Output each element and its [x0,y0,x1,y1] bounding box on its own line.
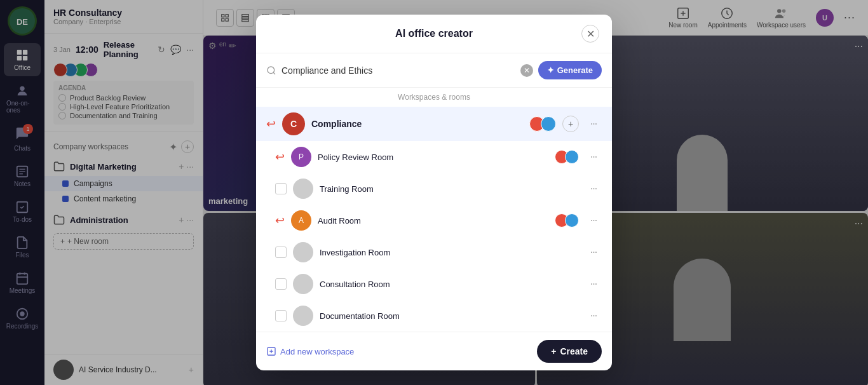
workspace-avatars-compliance [529,116,556,132]
room-avatar-documentation [293,306,313,326]
search-input[interactable] [281,65,515,76]
policy-more-btn[interactable]: ··· [585,149,602,165]
modal-room-list: ↩ C Compliance + ··· ↩ P Policy Review R… [256,104,612,332]
modal-workspace-compliance[interactable]: ↩ C Compliance + ··· [256,107,612,141]
modal-room-investigation[interactable]: Investigation Room ··· [256,236,612,268]
consultation-more-btn[interactable]: ··· [585,276,602,292]
generate-button[interactable]: ✦ Generate [538,61,602,79]
workspace-name-compliance: Compliance [311,119,523,129]
room-avatar-policy: P [291,147,311,167]
checkbox-consultation[interactable] [275,278,287,290]
add-workspace-icon-footer [266,346,276,356]
room-avatars-policy [555,150,579,164]
room-avatar-training [293,179,313,199]
room-name-policy: Policy Review Room [318,152,548,162]
search-icon [266,65,276,76]
room-name-audit: Audit Room [318,216,548,226]
undo-icon-compliance[interactable]: ↩ [266,117,276,131]
sparkle-icon-btn: ✦ [547,65,554,75]
create-button[interactable]: + Create [537,340,602,363]
search-clear-button[interactable]: ✕ [520,64,533,77]
workspace-avatar-compliance: C [282,112,305,135]
modal-title: AI office creator [395,28,473,39]
undo-icon-audit[interactable]: ↩ [275,213,285,227]
create-plus-icon: + [551,346,556,356]
room-avatar-consultation [293,274,313,294]
workspace-more-btn[interactable]: ··· [585,116,602,132]
modal-room-audit[interactable]: ↩ A Audit Room ··· [256,205,612,236]
add-workspace-label: Add new workspace [280,347,354,356]
room-avatar-investigation [293,242,313,262]
checkbox-training[interactable] [275,183,287,194]
room-name-investigation: Investigation Room [320,248,579,257]
ai-office-creator-modal: AI office creator ✕ ✕ ✦ Generate Workspa… [256,15,612,370]
section-label: Workspaces & rooms [256,88,612,104]
audit-more-btn[interactable]: ··· [585,212,602,229]
room-name-documentation: Documentation Room [320,311,579,321]
modal-search-bar: ✕ ✦ Generate [256,53,612,88]
modal-close-button[interactable]: ✕ [581,25,599,43]
investigation-more-btn[interactable]: ··· [585,244,602,260]
room-avatar-audit: A [291,210,311,231]
svg-point-35 [268,67,275,74]
modal-room-documentation[interactable]: Documentation Room ··· [256,300,612,332]
modal-overlay: AI office creator ✕ ✕ ✦ Generate Workspa… [0,0,868,385]
add-to-workspace-btn[interactable]: + [562,116,579,132]
modal-room-consultation[interactable]: Consultation Room ··· [256,268,612,300]
training-more-btn[interactable]: ··· [585,180,602,197]
create-label: Create [560,346,588,356]
checkbox-investigation[interactable] [275,247,287,258]
svg-line-36 [273,72,275,74]
modal-room-training[interactable]: Training Room ··· [256,173,612,205]
room-name-training: Training Room [320,184,579,194]
modal-header: AI office creator ✕ [256,15,612,53]
modal-room-policy-review[interactable]: ↩ P Policy Review Room ··· [256,141,612,173]
documentation-more-btn[interactable]: ··· [585,307,602,324]
add-new-workspace-button[interactable]: Add new workspace [266,346,354,356]
room-name-consultation: Consultation Room [320,280,579,289]
modal-footer: Add new workspace + Create [256,332,612,370]
room-avatars-audit [555,213,579,227]
checkbox-documentation[interactable] [275,310,287,321]
undo-icon-policy[interactable]: ↩ [275,150,285,164]
